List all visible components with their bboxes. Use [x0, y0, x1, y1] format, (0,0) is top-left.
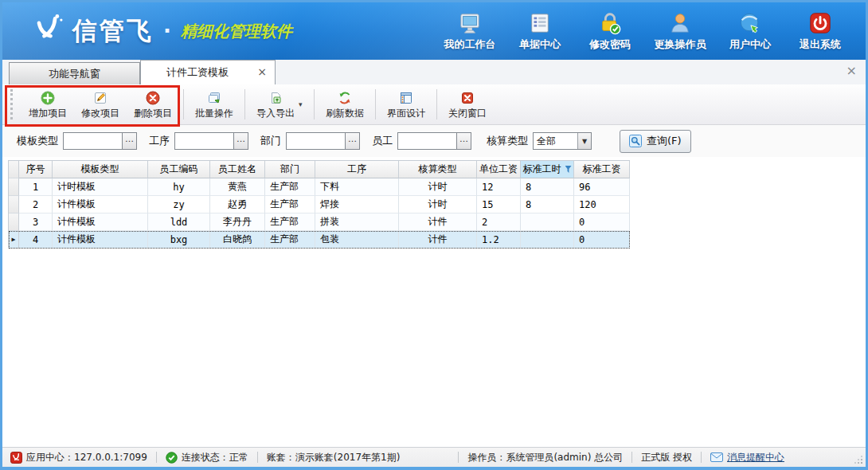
cell: [521, 213, 574, 231]
column-header[interactable]: 部门: [265, 161, 315, 178]
grid-header-row: 序号模板类型员工编码员工姓名部门工序核算类型单位工资标准工时标准工资: [9, 161, 630, 178]
message-center-link[interactable]: 消息提醒中心: [710, 451, 784, 464]
edit-icon: [93, 90, 108, 105]
table-row[interactable]: 2计件模板zy赵勇生产部焊接计时158120: [9, 196, 630, 213]
calc-type-select[interactable]: 全部: [533, 132, 592, 150]
employee-input[interactable]: [398, 133, 456, 149]
user-center-icon: [738, 10, 762, 36]
import-export-icon: [268, 90, 283, 105]
import-export-button[interactable]: 导入导出: [249, 88, 302, 120]
cell: 0: [574, 213, 630, 231]
tab-piecework-wage-template[interactable]: 计件工资模板: [140, 60, 276, 84]
cell: hy: [148, 178, 210, 196]
status-separator: [156, 452, 157, 463]
nav-change-password[interactable]: 修改密码: [582, 10, 638, 52]
cell: 计件模板: [53, 213, 148, 231]
column-header[interactable]: 标准工时: [521, 161, 574, 178]
tabstrip-close-icon[interactable]: [846, 63, 857, 78]
cell: 96: [574, 178, 630, 196]
cell: 4: [19, 231, 53, 249]
documents-icon: [528, 10, 552, 36]
cell: 3: [19, 213, 53, 231]
process-label: 工序: [149, 134, 170, 148]
switch-operator-icon: [668, 10, 692, 36]
close-window-button[interactable]: 关闭窗口: [441, 88, 494, 120]
row-selector-cell[interactable]: [9, 231, 19, 249]
titlebar: 信管飞 · 精细化管理软件 我的工作台: [2, 2, 866, 60]
ui-design-icon: [399, 90, 413, 105]
cell: 2: [19, 196, 53, 213]
status-separator: [458, 452, 459, 463]
lookup-ellipsis-button[interactable]: [345, 133, 359, 149]
cell: 黄燕: [210, 178, 265, 196]
table-row[interactable]: 3计件模板ldd李丹丹生产部拼装计件20: [9, 213, 630, 231]
button-label: 界面设计: [387, 107, 425, 120]
cell: zy: [148, 196, 210, 213]
column-header[interactable]: 员工编码: [148, 161, 210, 178]
operator-status: 操作员：系统管理员(admin) 总公司: [467, 451, 623, 464]
lookup-ellipsis-button[interactable]: [122, 133, 136, 149]
ui-design-button[interactable]: 界面设计: [380, 88, 432, 120]
column-header[interactable]: 员工姓名: [210, 161, 265, 178]
row-selector-cell[interactable]: [9, 213, 19, 231]
query-button[interactable]: 查询(F): [620, 130, 691, 153]
process-input[interactable]: [175, 133, 233, 149]
cell: 生产部: [265, 178, 315, 196]
app-center-status: 应用中心：127.0.0.1:7099: [10, 451, 147, 464]
filter-funnel-icon[interactable]: [565, 166, 572, 173]
chevron-down-icon[interactable]: [577, 133, 591, 149]
lookup-ellipsis-button[interactable]: [233, 133, 248, 149]
refresh-icon: [338, 90, 352, 105]
cell: 1.2: [477, 231, 521, 249]
workbench-icon: [458, 10, 482, 36]
table-row[interactable]: 1计时模板hy黄燕生产部下料计时12896: [9, 178, 630, 196]
toolbar-grip[interactable]: [10, 89, 15, 119]
button-label: 增加项目: [29, 107, 67, 120]
tab-close-icon[interactable]: [256, 67, 268, 78]
toolbar-separator: [436, 89, 437, 119]
nav-document-center[interactable]: 单据中心: [512, 10, 568, 52]
button-label: 修改项目: [81, 107, 119, 120]
column-header[interactable]: 工序: [315, 161, 399, 178]
toolbar-separator: [375, 89, 376, 119]
tab-function-navigator[interactable]: 功能导航窗: [9, 62, 140, 84]
chevron-down-icon[interactable]: [299, 100, 310, 108]
row-selector-cell[interactable]: [9, 196, 19, 213]
search-icon: [629, 135, 642, 147]
add-icon: [41, 90, 55, 105]
column-header[interactable]: 核算类型: [399, 161, 477, 178]
department-input[interactable]: [287, 133, 345, 149]
template-type-input[interactable]: [64, 133, 122, 149]
button-label: 删除项目: [134, 107, 172, 120]
nav-switch-operator[interactable]: 更换操作员: [652, 10, 708, 52]
column-header[interactable]: 模板类型: [53, 161, 148, 178]
cell: 15: [477, 196, 521, 213]
nav-user-center[interactable]: 用户中心: [722, 10, 778, 52]
app-window: 信管飞 · 精细化管理软件 我的工作台: [0, 0, 868, 470]
row-selector-cell[interactable]: [9, 178, 19, 196]
refresh-data-button[interactable]: 刷新数据: [319, 88, 371, 120]
add-item-button[interactable]: 增加项目: [22, 88, 74, 120]
toolbar-separator: [244, 89, 245, 119]
cell: 焊接: [315, 196, 399, 213]
cell: 计时模板: [53, 178, 148, 196]
column-header[interactable]: 标准工资: [574, 161, 630, 178]
nav-exit-system[interactable]: 退出系统: [792, 10, 848, 52]
delete-item-button[interactable]: 删除项目: [127, 88, 179, 120]
batch-operation-button[interactable]: 批量操作: [188, 88, 240, 120]
tab-label: 计件工资模板: [166, 65, 229, 80]
envelope-icon: [710, 452, 723, 462]
brand-slogan: 精细化管理软件: [181, 21, 292, 42]
lookup-ellipsis-button[interactable]: [456, 133, 471, 149]
column-header[interactable]: 序号: [19, 161, 53, 178]
nav-label: 退出系统: [800, 37, 841, 52]
tab-bar: 功能导航窗 计件工资模板: [2, 60, 866, 84]
table-row[interactable]: 4计件模板bxg白晓鸽生产部包装计件1.20: [9, 231, 630, 249]
edit-item-button[interactable]: 修改项目: [74, 88, 127, 120]
column-header[interactable]: 单位工资: [477, 161, 521, 178]
button-label: 刷新数据: [326, 107, 364, 120]
department-label: 部门: [260, 134, 281, 148]
data-grid: 序号模板类型员工编码员工姓名部门工序核算类型单位工资标准工时标准工资1计时模板h…: [8, 160, 630, 249]
nav-my-workbench[interactable]: 我的工作台: [442, 10, 498, 52]
resize-grip[interactable]: [861, 462, 862, 464]
